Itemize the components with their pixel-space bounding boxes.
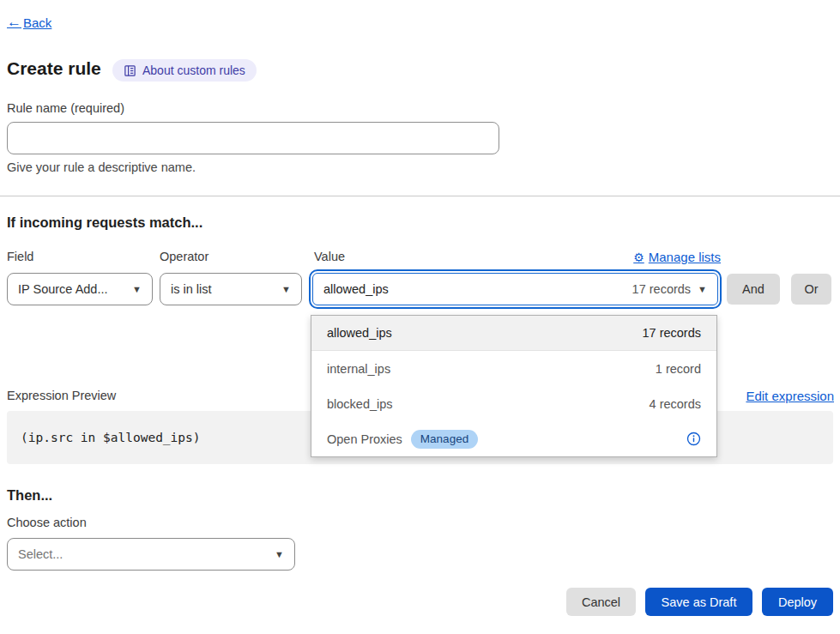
gear-icon: ⚙ [633, 251, 644, 264]
rule-name-helper: Give your rule a descriptive name. [7, 160, 196, 174]
back-arrow-icon: ← [7, 14, 21, 31]
value-dropdown-panel: allowed_ips 17 records internal_ips 1 re… [311, 315, 717, 457]
save-as-draft-button[interactable]: Save as Draft [645, 588, 752, 616]
choose-action-label: Choose action [7, 516, 87, 529]
action-select[interactable]: Select... ▼ [7, 538, 295, 571]
expression-preview-label: Expression Preview [7, 389, 116, 402]
deploy-button[interactable]: Deploy [762, 588, 833, 616]
about-custom-rules-link[interactable]: About custom rules [112, 59, 257, 82]
book-icon [124, 64, 136, 77]
option-name: internal_ips [327, 362, 390, 376]
section-divider [0, 196, 840, 196]
value-label: Value [314, 250, 345, 263]
field-select-value: IP Source Add... [18, 282, 108, 296]
action-select-placeholder: Select... [18, 547, 63, 561]
dropdown-option-allowed-ips[interactable]: allowed_ips 17 records [311, 316, 716, 351]
back-link-label: Back [23, 15, 51, 30]
operator-label: Operator [160, 250, 208, 263]
back-link[interactable]: ← Back [7, 14, 51, 31]
or-button[interactable]: Or [791, 274, 831, 305]
cancel-button[interactable]: Cancel [566, 588, 636, 616]
chevron-down-icon: ▼ [281, 284, 291, 294]
option-name: blocked_ips [327, 397, 393, 411]
field-label: Field [7, 250, 33, 263]
chevron-down-icon: ▼ [698, 284, 707, 294]
edit-expression-link[interactable]: Edit expression [746, 389, 834, 403]
field-select[interactable]: IP Source Add... ▼ [7, 273, 153, 305]
dropdown-option-blocked-ips[interactable]: blocked_ips 4 records [311, 386, 716, 421]
chevron-down-icon: ▼ [275, 549, 284, 559]
operator-select-value: is in list [171, 282, 212, 296]
dropdown-option-internal-ips[interactable]: internal_ips 1 record [311, 351, 716, 386]
value-select-count: 17 records [632, 282, 692, 296]
info-icon[interactable] [686, 432, 701, 446]
option-count: 4 records [650, 397, 701, 411]
about-badge-label: About custom rules [142, 63, 245, 77]
managed-badge: Managed [411, 430, 478, 449]
rule-name-label: Rule name (required) [7, 101, 124, 115]
rule-name-input[interactable] [7, 122, 499, 154]
page-title: Create rule [7, 58, 101, 79]
match-section-heading: If incoming requests match... [7, 214, 202, 231]
option-count: 1 record [656, 362, 701, 376]
manage-lists-link[interactable]: ⚙ Manage lists [633, 250, 721, 264]
dropdown-option-open-proxies[interactable]: Open Proxies Managed [311, 421, 716, 456]
option-name: allowed_ips [327, 326, 392, 340]
manage-lists-label: Manage lists [649, 250, 721, 264]
then-section-heading: Then... [7, 487, 52, 504]
chevron-down-icon: ▼ [132, 284, 142, 294]
option-name: Open Proxies [327, 432, 402, 446]
value-select-focus-ring: allowed_ips 17 records ▼ [309, 269, 722, 309]
value-select[interactable]: allowed_ips 17 records ▼ [312, 273, 718, 305]
and-button[interactable]: And [727, 274, 780, 305]
expression-code: (ip.src in $allowed_ips) [21, 431, 201, 444]
option-count: 17 records [642, 326, 701, 340]
value-select-name: allowed_ips [323, 282, 389, 296]
operator-select[interactable]: is in list ▼ [160, 273, 302, 305]
